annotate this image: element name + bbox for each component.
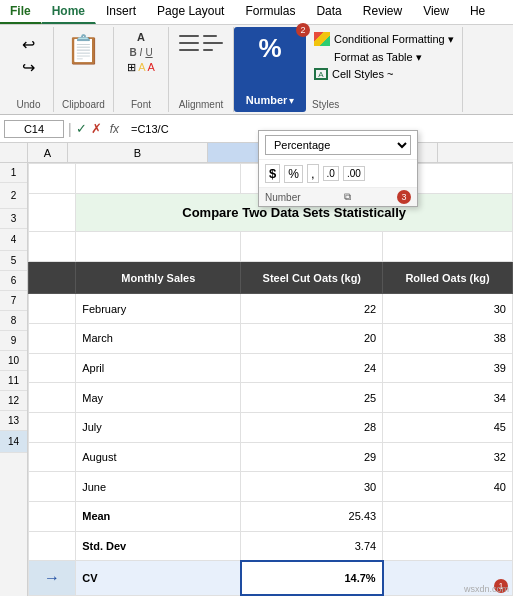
cell-c9[interactable]: 28: [241, 413, 383, 443]
tab-page-layout[interactable]: Page Layout: [147, 0, 235, 24]
pct-button[interactable]: %: [284, 165, 303, 183]
cell-cv-value[interactable]: 14.7%: [241, 561, 383, 595]
format-as-table-button[interactable]: Format as Table ▾: [312, 49, 456, 65]
cell-b3[interactable]: [76, 232, 241, 262]
fx-button[interactable]: fx: [106, 122, 123, 136]
underline-button[interactable]: U: [145, 47, 152, 58]
cell-d11[interactable]: 40: [383, 472, 513, 502]
cell-std-dev[interactable]: Std. Dev: [76, 531, 241, 561]
cell-styles-button[interactable]: A Cell Styles ~: [312, 67, 456, 81]
cell-reference[interactable]: [4, 120, 64, 138]
cell-august[interactable]: August: [76, 442, 241, 472]
fill-button[interactable]: A: [138, 61, 145, 74]
cell-a8[interactable]: [29, 383, 76, 413]
row-num-10: 10: [0, 351, 27, 371]
tab-insert[interactable]: Insert: [96, 0, 147, 24]
tab-more[interactable]: He: [460, 0, 496, 24]
cell-a12[interactable]: [29, 502, 76, 532]
cell-c12[interactable]: 25.43: [241, 502, 383, 532]
cell-a6[interactable]: [29, 324, 76, 354]
cell-cv[interactable]: CV: [76, 561, 241, 595]
dec-increase-button[interactable]: .0: [323, 166, 339, 181]
cell-july[interactable]: July: [76, 413, 241, 443]
cell-mean[interactable]: Mean: [76, 502, 241, 532]
cell-may[interactable]: May: [76, 383, 241, 413]
tab-view[interactable]: View: [413, 0, 460, 24]
ribbon-content: ↩ ↪ Undo 📋 Clipboard A B I U ⊞ A A: [0, 25, 513, 115]
cell-a14[interactable]: →: [29, 561, 76, 595]
cell-steel-oats-header[interactable]: Steel Cut Oats (kg): [241, 261, 383, 294]
row-num-5: 5: [0, 251, 27, 271]
number-sub-label: Number: [265, 192, 301, 203]
tab-formulas[interactable]: Formulas: [235, 0, 306, 24]
cell-march[interactable]: March: [76, 324, 241, 354]
cell-monthly-sales-header[interactable]: Monthly Sales: [76, 261, 241, 294]
cell-a2[interactable]: [29, 193, 76, 232]
dollar-button[interactable]: $: [265, 164, 280, 183]
cell-d6[interactable]: 38: [383, 324, 513, 354]
conditional-formatting-button[interactable]: Conditional Formatting ▾: [312, 31, 456, 47]
cell-d5[interactable]: 30: [383, 294, 513, 324]
redo-button[interactable]: ↪: [18, 56, 39, 79]
conditional-label: Conditional Formatting ▾: [334, 33, 454, 46]
cell-c13[interactable]: 3.74: [241, 531, 383, 561]
cell-c11[interactable]: 30: [241, 472, 383, 502]
row-num-3: 3: [0, 209, 27, 229]
font-color-button[interactable]: A: [148, 61, 155, 74]
row-num-1: 1: [0, 163, 27, 183]
cell-c7[interactable]: 24: [241, 353, 383, 383]
sheet-area: A B C D 1 2 3 4 5 6 7 8 9 10 11 12 13 14: [0, 143, 513, 596]
number-format-select[interactable]: Percentage: [265, 135, 411, 155]
cancel-icon[interactable]: ✗: [91, 121, 102, 136]
cell-june[interactable]: June: [76, 472, 241, 502]
number-dropdown-btn[interactable]: ▾: [289, 95, 294, 106]
cell-d10[interactable]: 32: [383, 442, 513, 472]
cell-d13[interactable]: [383, 531, 513, 561]
watermark: wsxdn.com: [464, 584, 509, 594]
cell-a3[interactable]: [29, 232, 76, 262]
cell-c10[interactable]: 29: [241, 442, 383, 472]
clipboard-icon: 📋: [66, 33, 101, 66]
cell-b1[interactable]: [76, 164, 241, 194]
styles-group: Conditional Formatting ▾ Format as Table…: [306, 27, 463, 112]
border-button[interactable]: ⊞: [127, 61, 136, 74]
tab-file[interactable]: File: [0, 0, 42, 24]
row-num-14: 14: [0, 431, 27, 453]
tab-review[interactable]: Review: [353, 0, 413, 24]
cell-d7[interactable]: 39: [383, 353, 513, 383]
cell-a1[interactable]: [29, 164, 76, 194]
check-icon[interactable]: ✓: [76, 121, 87, 136]
cell-c8[interactable]: 25: [241, 383, 383, 413]
cell-february[interactable]: February: [76, 294, 241, 324]
cell-c5[interactable]: 22: [241, 294, 383, 324]
undo-button[interactable]: ↩: [18, 33, 39, 56]
cell-rolled-oats-header[interactable]: Rolled Oats (kg): [383, 261, 513, 294]
dec-decrease-button[interactable]: .00: [343, 166, 365, 181]
cell-a10[interactable]: [29, 442, 76, 472]
cell-c6[interactable]: 20: [241, 324, 383, 354]
table-row: May 25 34: [29, 383, 513, 413]
conditional-icon: [314, 32, 330, 46]
cell-a13[interactable]: [29, 531, 76, 561]
tab-home[interactable]: Home: [42, 0, 96, 24]
cell-a7[interactable]: [29, 353, 76, 383]
row-num-11: 11: [0, 371, 27, 391]
cell-d9[interactable]: 45: [383, 413, 513, 443]
cell-april[interactable]: April: [76, 353, 241, 383]
tab-data[interactable]: Data: [306, 0, 352, 24]
bold-button[interactable]: B: [129, 47, 136, 58]
clipboard-label: Clipboard: [62, 97, 105, 110]
comma-button[interactable]: ,: [307, 164, 319, 183]
cell-c3[interactable]: [241, 232, 383, 262]
italic-button[interactable]: I: [140, 47, 143, 58]
cell-d3[interactable]: [383, 232, 513, 262]
cell-d8[interactable]: 34: [383, 383, 513, 413]
cell-a5[interactable]: [29, 294, 76, 324]
cell-d12[interactable]: [383, 502, 513, 532]
cell-a4[interactable]: [29, 261, 76, 294]
cell-a11[interactable]: [29, 472, 76, 502]
cell-a9[interactable]: [29, 413, 76, 443]
col-headers: A B C D: [0, 143, 513, 163]
undo-icon: ↩: [22, 35, 35, 54]
number-diag-icon[interactable]: ⧉: [344, 191, 351, 203]
